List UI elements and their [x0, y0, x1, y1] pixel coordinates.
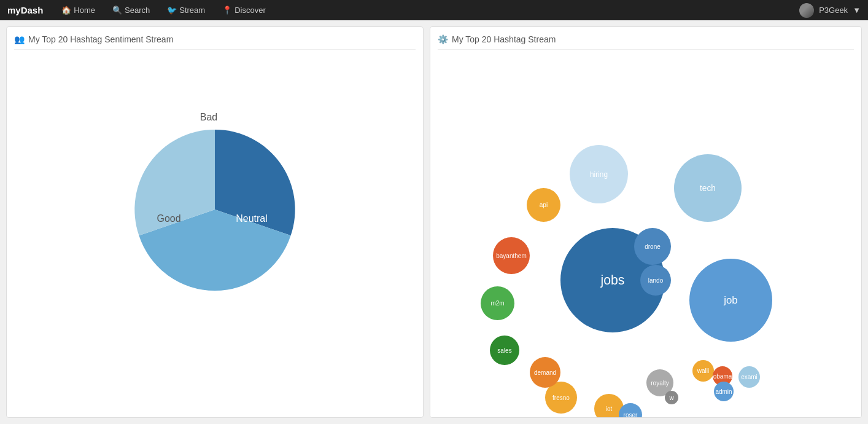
username: P3Geek	[819, 6, 848, 15]
neutral-label: Neutral	[236, 213, 268, 224]
nav-stream[interactable]: 🐦 Stream	[158, 0, 214, 20]
bubble-tech[interactable]: tech	[674, 154, 742, 222]
bubble-w[interactable]: w	[665, 391, 678, 404]
bubble-drone[interactable]: drone	[634, 228, 671, 265]
nav-search-label: Search	[125, 6, 150, 15]
pie-chart: Neutral Good Bad	[117, 111, 313, 308]
nav-home-label: Home	[74, 6, 95, 15]
bubble-demand[interactable]: demand	[530, 357, 560, 388]
sentiment-panel: 👥 My Top 20 Hashtag Sentiment Stream Neu…	[6, 26, 424, 418]
pie-chart-container: Neutral Good Bad	[14, 56, 416, 363]
discover-icon: 📍	[222, 6, 232, 15]
bubble-hiring[interactable]: hiring	[570, 145, 628, 203]
good-label: Good	[157, 213, 180, 224]
hashtag-panel: ⚙️ My Top 20 Hashtag Stream jobsjobtechh…	[430, 26, 862, 418]
search-icon: 🔍	[112, 6, 122, 15]
bubble-api[interactable]: api	[527, 188, 560, 222]
bubble-exami[interactable]: exami	[738, 366, 760, 388]
avatar[interactable]	[799, 3, 814, 18]
hashtag-panel-title: ⚙️ My Top 20 Hashtag Stream	[438, 34, 854, 50]
bubble-admin[interactable]: admin	[714, 382, 734, 401]
bubble-m2m[interactable]: m2m	[481, 286, 514, 320]
bubble-walli[interactable]: walli	[692, 360, 714, 382]
people-icon: 👥	[14, 34, 25, 44]
stream-icon: 🐦	[167, 6, 177, 15]
user-dropdown-icon[interactable]: ▼	[853, 6, 861, 15]
app-brand: myDash	[7, 5, 43, 15]
bubble-lando[interactable]: lando	[640, 265, 671, 296]
nav-discover[interactable]: 📍 Discover	[214, 0, 274, 20]
bubble-sales[interactable]: sales	[490, 336, 519, 365]
bubble-job[interactable]: job	[689, 259, 772, 342]
bubble-roser[interactable]: roser	[619, 403, 642, 418]
nav-stream-label: Stream	[179, 6, 205, 15]
nav-home[interactable]: 🏠 Home	[53, 0, 104, 20]
gear-icon: ⚙️	[438, 34, 448, 44]
nav-discover-label: Discover	[234, 6, 266, 15]
bad-label: Bad	[200, 112, 217, 122]
bubble-chart-container: jobsjobtechhiringdronelandoapibayanthemm…	[438, 56, 854, 412]
sentiment-panel-title: 👥 My Top 20 Hashtag Sentiment Stream	[14, 34, 416, 50]
home-icon: 🏠	[61, 6, 71, 15]
bubble-bayanthem[interactable]: bayanthem	[493, 237, 530, 274]
nav-search[interactable]: 🔍 Search	[104, 0, 158, 20]
